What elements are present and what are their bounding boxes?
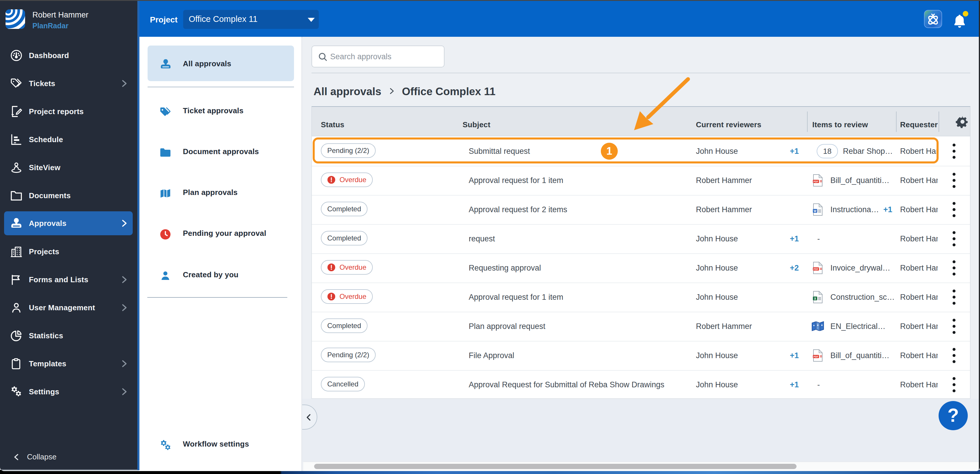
svg-text:PDF: PDF (813, 355, 818, 358)
svg-text:PDF: PDF (813, 180, 818, 183)
svg-text:W: W (814, 209, 817, 213)
svg-text:X: X (814, 297, 816, 300)
svg-text:PDF: PDF (813, 268, 818, 271)
